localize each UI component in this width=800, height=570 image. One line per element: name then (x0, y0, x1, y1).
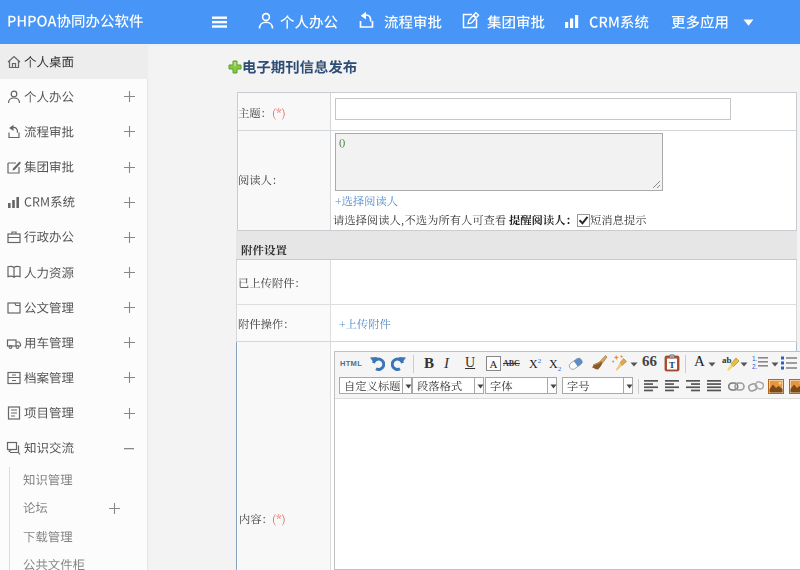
svg-text:A: A (490, 358, 498, 370)
svg-text:2.: 2. (752, 363, 758, 370)
svg-text:1.: 1. (752, 355, 758, 362)
svg-text:T: T (669, 360, 675, 370)
svg-text:ab: ab (722, 355, 732, 365)
